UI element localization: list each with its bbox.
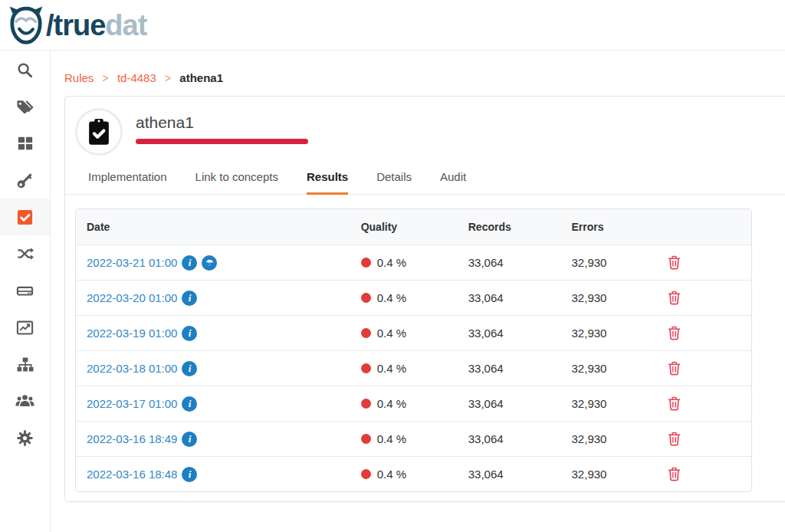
result-date-link[interactable]: 2022-03-21 01:00 <box>87 256 177 269</box>
delete-result-button[interactable] <box>668 432 681 446</box>
rule-title: athena1 <box>136 113 308 132</box>
logo-text-dark: /true <box>46 9 105 41</box>
line-chart-icon <box>16 319 34 337</box>
delete-result-button[interactable] <box>668 396 681 411</box>
hard-drive-icon <box>16 282 34 300</box>
table-row: 2022-03-19 01:00 i 0.4 % 33,064 32,930 <box>76 315 751 350</box>
sidebar-item-modules[interactable] <box>0 125 50 162</box>
column-header-quality: Quality <box>350 209 458 245</box>
sidebar-item-permissions[interactable] <box>0 162 50 199</box>
results-table: Date Quality Records Errors 2022-03-21 0… <box>75 209 752 492</box>
rule-meta: athena1 <box>136 113 308 144</box>
records-value: 33,064 <box>458 458 561 491</box>
sidebar-item-settings[interactable] <box>0 419 50 456</box>
table-row: 2022-03-20 01:00 i 0.4 % 33,064 32,930 <box>76 280 751 315</box>
errors-value: 32,930 <box>561 458 657 491</box>
records-value: 33,064 <box>458 246 561 279</box>
grid-icon <box>17 135 34 152</box>
gear-icon <box>16 429 34 447</box>
result-date-link[interactable]: 2022-03-18 01:00 <box>87 362 177 375</box>
records-value: 33,064 <box>458 317 561 350</box>
result-date-link[interactable]: 2022-03-19 01:00 <box>87 327 177 340</box>
sidebar-item-tags[interactable] <box>0 88 50 125</box>
rule-quality-bar <box>136 139 308 144</box>
result-date-link[interactable]: 2022-03-16 18:49 <box>87 432 177 445</box>
table-row: 2022-03-16 18:49 i 0.4 % 33,064 32,930 <box>76 421 751 456</box>
sidebar-item-groups[interactable] <box>0 383 50 419</box>
breadcrumb-link-rules[interactable]: Rules <box>64 71 94 84</box>
info-icon[interactable]: i <box>182 432 197 447</box>
tab-bar: Implementation Link to concepts Results … <box>65 170 785 195</box>
sidebar-item-lineage[interactable] <box>0 346 50 383</box>
rule-card: athena1 Implementation Link to concepts … <box>64 96 785 502</box>
records-value: 33,064 <box>458 281 561 314</box>
check-square-icon <box>16 209 34 226</box>
sidebar-item-search[interactable] <box>0 51 50 88</box>
table-row: 2022-03-21 01:00 i ☂ 0.4 % 33,064 32,930 <box>76 245 751 280</box>
quality-status-dot <box>361 293 371 303</box>
trash-icon <box>668 255 681 270</box>
column-header-errors: Errors <box>561 209 657 245</box>
sidebar-item-structures[interactable] <box>0 272 50 309</box>
tab-results[interactable]: Results <box>307 170 348 195</box>
trash-icon <box>668 291 681 305</box>
trash-icon <box>668 326 681 340</box>
sitemap-icon <box>16 356 34 373</box>
rule-avatar <box>75 108 123 156</box>
quality-status-dot <box>361 363 371 373</box>
shuffle-icon <box>16 245 34 262</box>
sidebar-nav <box>0 51 51 532</box>
errors-value: 32,930 <box>561 281 657 314</box>
tab-implementation[interactable]: Implementation <box>88 170 167 195</box>
users-icon <box>15 392 34 409</box>
sidebar-item-relations[interactable] <box>0 235 50 272</box>
search-icon <box>16 61 34 79</box>
top-header: /truedat <box>0 0 785 51</box>
sidebar-item-quality-rules[interactable] <box>0 199 50 235</box>
results-table-body: 2022-03-21 01:00 i ☂ 0.4 % 33,064 32,930 <box>76 245 751 491</box>
info-icon[interactable]: i <box>182 255 197 271</box>
tab-details[interactable]: Details <box>376 170 412 195</box>
quality-value: 0.4 % <box>377 397 406 410</box>
info-icon[interactable]: i <box>182 396 197 412</box>
result-date-link[interactable]: 2022-03-17 01:00 <box>87 397 177 410</box>
table-row: 2022-03-18 01:00 i 0.4 % 33,064 32,930 <box>76 350 751 386</box>
umbrella-icon[interactable]: ☂ <box>202 255 217 271</box>
clipboard-check-icon <box>87 118 111 146</box>
breadcrumb: Rules > td-4483 > athena1 <box>51 51 785 84</box>
quality-status-dot <box>361 399 371 409</box>
delete-result-button[interactable] <box>668 467 681 481</box>
delete-result-button[interactable] <box>668 255 681 270</box>
info-icon[interactable]: i <box>182 291 197 306</box>
info-icon[interactable]: i <box>182 326 197 341</box>
breadcrumb-link-rule-id[interactable]: td-4483 <box>117 71 156 84</box>
quality-status-dot <box>361 434 371 444</box>
delete-result-button[interactable] <box>668 361 681 376</box>
quality-value: 0.4 % <box>377 291 406 304</box>
tab-link-to-concepts[interactable]: Link to concepts <box>195 170 278 195</box>
quality-value: 0.4 % <box>377 468 406 481</box>
quality-value: 0.4 % <box>377 256 406 269</box>
info-icon[interactable]: i <box>182 467 197 482</box>
table-row: 2022-03-16 18:48 i 0.4 % 33,064 32,930 <box>76 456 751 491</box>
quality-value: 0.4 % <box>377 327 406 340</box>
result-date-link[interactable]: 2022-03-20 01:00 <box>87 291 177 304</box>
trash-icon <box>668 361 681 376</box>
trash-icon <box>668 396 681 411</box>
errors-value: 32,930 <box>561 352 657 385</box>
delete-result-button[interactable] <box>668 326 681 340</box>
column-header-date: Date <box>76 209 350 245</box>
quality-value: 0.4 % <box>377 362 406 375</box>
sidebar-item-charts[interactable] <box>0 309 50 346</box>
rule-card-header: athena1 <box>65 97 785 156</box>
tab-audit[interactable]: Audit <box>440 170 466 195</box>
quality-value: 0.4 % <box>377 432 406 445</box>
records-value: 33,064 <box>458 352 561 385</box>
errors-value: 32,930 <box>561 317 657 350</box>
result-date-link[interactable]: 2022-03-16 18:48 <box>87 468 177 481</box>
results-table-header: Date Quality Records Errors <box>76 209 751 245</box>
info-icon[interactable]: i <box>182 361 197 376</box>
delete-result-button[interactable] <box>668 291 681 305</box>
trash-icon <box>668 432 681 446</box>
records-value: 33,064 <box>458 422 561 455</box>
